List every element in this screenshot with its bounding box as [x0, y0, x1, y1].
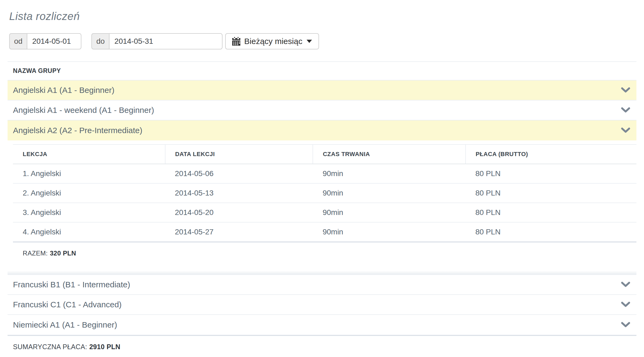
group-details-panel: LEKCJA DATA LEKCJI CZAS TRWANIA PŁACA (B…	[8, 140, 636, 275]
lesson-duration: 90min	[313, 222, 466, 242]
chevron-down-icon[interactable]	[621, 322, 630, 328]
column-header-placa-brutto: PŁACA (BRUTTO)	[466, 144, 636, 164]
table-row: 4. Angielski 2014-05-27 90min 80 PLN	[13, 222, 636, 242]
lesson-pay: 80 PLN	[466, 203, 636, 222]
date-from-label: od	[9, 33, 27, 49]
lessons-table-header-row: LEKCJA DATA LEKCJI CZAS TRWANIA PŁACA (B…	[13, 144, 636, 164]
group-name: Angielski A1 (A1 - Beginner)	[13, 86, 114, 95]
table-row: 2. Angielski 2014-05-13 90min 80 PLN	[13, 183, 636, 203]
group-row-francuski-b1[interactable]: Francuski B1 (B1 - Intermediate)	[8, 275, 636, 295]
chevron-down-icon[interactable]	[621, 127, 630, 134]
date-filter-bar: od do Bieżący miesiąc	[9, 33, 636, 49]
date-from-input[interactable]	[27, 33, 81, 49]
group-name: Francuski B1 (B1 - Intermediate)	[13, 280, 130, 289]
group-row-francuski-c1[interactable]: Francuski C1 (C1 - Advanced)	[8, 295, 636, 315]
table-row: 3. Angielski 2014-05-20 90min 80 PLN	[13, 203, 636, 222]
group-row-angielski-a2[interactable]: Angielski A2 (A2 - Pre-Intermediate)	[8, 120, 636, 140]
chevron-down-icon[interactable]	[621, 87, 630, 93]
lesson-date: 2014-05-06	[165, 164, 313, 183]
lesson-duration: 90min	[313, 183, 466, 203]
lesson-pay: 80 PLN	[466, 222, 636, 242]
lesson-date: 2014-05-13	[165, 183, 313, 203]
lesson-pay: 80 PLN	[466, 183, 636, 203]
chevron-down-icon[interactable]	[621, 281, 630, 288]
date-to-group: do	[91, 33, 223, 49]
group-name: Francuski C1 (C1 - Advanced)	[13, 300, 122, 309]
groups-table: NAZWA GRUPY Angielski A1 (A1 - Beginner)…	[8, 61, 636, 357]
panel-bottom-shadow	[8, 271, 636, 274]
column-header-lekcja: LEKCJA	[13, 144, 165, 164]
column-header-data-lekcji: DATA LEKCJI	[165, 144, 313, 164]
lesson-duration: 90min	[313, 203, 466, 222]
lesson-duration: 90min	[313, 164, 466, 183]
lesson-name: 3. Angielski	[13, 203, 165, 222]
lesson-name: 1. Angielski	[13, 164, 165, 183]
group-row-niemiecki-a1[interactable]: Niemiecki A1 (A1 - Beginner)	[8, 315, 636, 335]
current-month-dropdown-button[interactable]: Bieżący miesiąc	[225, 33, 319, 49]
group-name: Angielski A2 (A2 - Pre-Intermediate)	[13, 126, 142, 135]
lesson-name: 2. Angielski	[13, 183, 165, 203]
group-total-label: RAZEM:	[23, 250, 48, 257]
group-name: Niemiecki A1 (A1 - Beginner)	[13, 320, 117, 329]
column-header-czas-trwania: CZAS TRWANIA	[313, 144, 466, 164]
group-name: Angielski A1 - weekend (A1 - Beginner)	[13, 106, 154, 115]
group-row-angielski-a1[interactable]: Angielski A1 (A1 - Beginner)	[8, 80, 636, 100]
date-from-group: od	[9, 33, 81, 49]
current-month-button-label: Bieżący miesiąc	[244, 37, 302, 46]
group-name-column-header: NAZWA GRUPY	[8, 61, 636, 80]
group-total-row: RAZEM:320 PLN	[13, 243, 636, 271]
chevron-down-icon[interactable]	[621, 301, 630, 308]
group-row-angielski-a1-weekend[interactable]: Angielski A1 - weekend (A1 - Beginner)	[8, 100, 636, 120]
lesson-date: 2014-05-20	[165, 203, 313, 222]
table-row: 1. Angielski 2014-05-06 90min 80 PLN	[13, 164, 636, 183]
group-total-value: 320 PLN	[50, 250, 76, 257]
date-to-input[interactable]	[109, 33, 223, 49]
summary-total-row: SUMARYCZNA PŁACA:2910 PLN	[8, 335, 636, 357]
summary-total-label: SUMARYCZNA PŁACA:	[13, 343, 87, 351]
date-to-label: do	[91, 33, 109, 49]
lesson-name: 4. Angielski	[13, 222, 165, 242]
lessons-table: LEKCJA DATA LEKCJI CZAS TRWANIA PŁACA (B…	[13, 144, 636, 243]
calendar-icon	[232, 37, 240, 46]
caret-down-icon	[307, 40, 312, 43]
page-title: Lista rozliczeń	[9, 10, 636, 22]
lesson-pay: 80 PLN	[466, 164, 636, 183]
billing-page: Lista rozliczeń od do Bieżący miesiąc NA…	[0, 0, 644, 357]
summary-total-value: 2910 PLN	[89, 343, 120, 351]
chevron-down-icon[interactable]	[621, 107, 630, 113]
lesson-date: 2014-05-27	[165, 222, 313, 242]
